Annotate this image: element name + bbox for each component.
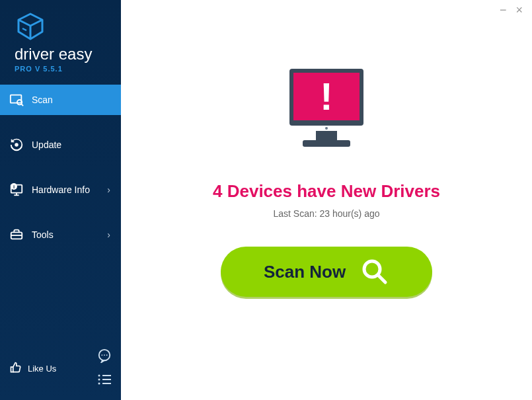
app-version: PRO V 5.5.1 xyxy=(15,65,110,73)
main-content: ! 4 Devices have New Drivers Last Scan: … xyxy=(121,0,532,400)
app-window: − × driver easy PRO V 5.5.1 xyxy=(0,0,532,400)
update-icon xyxy=(9,138,24,152)
thumbs-up-icon xyxy=(9,361,22,376)
svg-rect-0 xyxy=(11,95,22,103)
svg-rect-23 xyxy=(316,131,337,140)
sidebar-item-label: Hardware Info xyxy=(32,184,90,195)
svg-point-17 xyxy=(98,379,100,381)
scan-icon xyxy=(9,93,24,107)
logo-block: driver easy PRO V 5.5.1 xyxy=(0,0,121,79)
titlebar: − × xyxy=(490,0,532,20)
svg-text:i: i xyxy=(13,184,15,190)
sidebar-bottom: Like Us xyxy=(0,339,121,400)
svg-line-28 xyxy=(378,275,385,282)
sidebar-item-update[interactable]: Update xyxy=(0,130,121,160)
svg-point-12 xyxy=(101,354,102,356)
svg-point-3 xyxy=(15,143,19,147)
svg-point-13 xyxy=(104,354,105,356)
svg-point-14 xyxy=(106,354,108,356)
sidebar-item-label: Tools xyxy=(32,229,54,240)
svg-point-15 xyxy=(98,375,100,377)
last-scan-label: Last Scan: 23 hour(s) ago xyxy=(273,208,379,219)
sidebar-item-scan[interactable]: Scan xyxy=(0,85,121,115)
chevron-right-icon: › xyxy=(107,229,110,240)
menu-list-icon[interactable] xyxy=(97,374,112,388)
close-button[interactable]: × xyxy=(515,4,523,16)
scan-now-button[interactable]: Scan Now xyxy=(221,247,432,297)
svg-line-2 xyxy=(21,104,23,106)
alert-monitor-graphic: ! xyxy=(274,58,379,164)
minimize-button[interactable]: − xyxy=(500,4,507,16)
sidebar-item-tools[interactable]: Tools › xyxy=(0,220,121,250)
sidebar-nav: Scan Update i xyxy=(0,85,121,264)
like-us-button[interactable]: Like Us xyxy=(9,361,56,376)
svg-point-19 xyxy=(98,383,100,385)
app-name: driver easy xyxy=(15,45,110,63)
svg-rect-24 xyxy=(303,140,350,147)
sidebar-item-hardware-info[interactable]: i Hardware Info › xyxy=(0,175,121,205)
like-us-label: Like Us xyxy=(28,364,56,374)
tools-icon xyxy=(9,227,24,242)
magnify-icon xyxy=(360,257,389,286)
svg-point-26 xyxy=(325,127,328,130)
sidebar: driver easy PRO V 5.5.1 Scan xyxy=(0,0,121,400)
app-logo-icon xyxy=(15,12,110,41)
sidebar-item-label: Scan xyxy=(32,95,53,105)
hardware-icon: i xyxy=(9,182,24,197)
chevron-right-icon: › xyxy=(107,184,110,195)
scan-now-label: Scan Now xyxy=(264,262,346,282)
sidebar-item-label: Update xyxy=(32,140,61,150)
feedback-icon[interactable] xyxy=(97,348,112,366)
scan-result-headline: 4 Devices have New Drivers xyxy=(213,181,440,202)
sidebar-action-icons xyxy=(97,348,112,388)
svg-text:!: ! xyxy=(320,75,332,118)
